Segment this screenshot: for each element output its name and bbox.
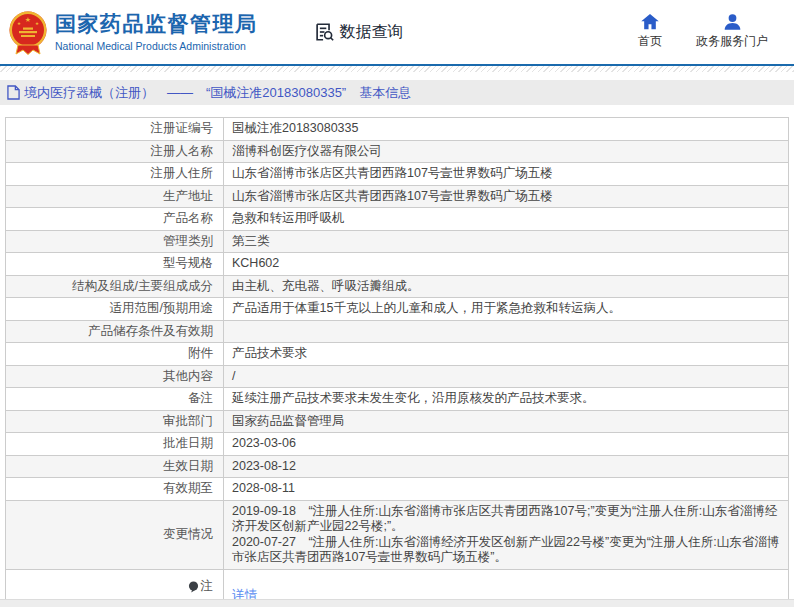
- table-row: 生产地址山东省淄博市张店区共青团西路107号壹世界数码广场五楼: [6, 185, 789, 208]
- table-row-change-history: 变更情况2019-09-18 “注册人住所:山东省淄博市张店区共青团西路107号…: [6, 500, 789, 569]
- table-row: 注册人名称淄博科创医疗仪器有限公司: [6, 140, 789, 163]
- breadcrumb-text: 境内医疗器械（注册） —— “国械注准20183080335” 基本信息: [24, 84, 411, 102]
- table-row: 产品储存条件及有效期: [6, 320, 789, 343]
- table-row: 结构及组成/主要组成成分由主机、充电器、呼吸活瓣组成。: [6, 275, 789, 298]
- page: ★ ★ ★ 国家药品监督管理局 National Medical Product…: [0, 0, 794, 607]
- svg-text:★: ★: [25, 16, 31, 23]
- table-row: 适用范围/预期用途产品适用于体重15千克以上的儿童和成人，用于紧急抢救和转运病人…: [6, 298, 789, 321]
- nav-home-label: 首页: [638, 33, 662, 50]
- table-row: 管理类别第三类: [6, 230, 789, 253]
- field-label: 产品名称: [6, 208, 224, 231]
- field-value: 产品适用于体重15千克以上的儿童和成人，用于紧急抢救和转运病人。: [224, 298, 789, 321]
- field-label: 备注: [6, 388, 224, 411]
- table-row: 生效日期2023-08-12: [6, 455, 789, 478]
- national-emblem-icon: ★ ★ ★: [8, 9, 48, 55]
- table-row: 注册证编号国械注准20183080335: [6, 118, 789, 141]
- table-row: 批准日期2023-03-06: [6, 433, 789, 456]
- field-label: 附件: [6, 343, 224, 366]
- field-value: 国械注准20183080335: [224, 118, 789, 141]
- top-nav: 首页 政务服务门户: [638, 14, 768, 50]
- table-row: 型号规格KCH602: [6, 253, 789, 276]
- nav-portal-label: 政务服务门户: [696, 33, 768, 50]
- registration-info-table: 注册证编号国械注准20183080335 注册人名称淄博科创医疗仪器有限公司 注…: [5, 117, 789, 607]
- document-search-icon: [313, 21, 335, 43]
- table-row: 其他内容/: [6, 365, 789, 388]
- field-label: 其他内容: [6, 365, 224, 388]
- field-label: 变更情况: [6, 500, 224, 569]
- nav-item-portal[interactable]: 政务服务门户: [696, 14, 768, 50]
- table-row: 审批部门国家药品监督管理局: [6, 410, 789, 433]
- field-value: 2028-08-11: [224, 478, 789, 501]
- field-label: 型号规格: [6, 253, 224, 276]
- field-value: 山东省淄博市张店区共青团西路107号壹世界数码广场五楼: [224, 163, 789, 186]
- field-label: 注册人住所: [6, 163, 224, 186]
- footer-band: [0, 599, 794, 607]
- field-value: 第三类: [224, 230, 789, 253]
- nav-item-home[interactable]: 首页: [638, 14, 662, 50]
- brand-logo[interactable]: ★ ★ ★ 国家药品监督管理局 National Medical Product…: [8, 9, 258, 55]
- field-value: 国家药品监督管理局: [224, 410, 789, 433]
- field-label: 注册证编号: [6, 118, 224, 141]
- field-value: 2019-09-18 “注册人住所:山东省淄博市张店区共青团西路107号;”变更…: [224, 500, 789, 569]
- field-value: 延续注册产品技术要求未发生变化，沿用原核发的产品技术要求。: [224, 388, 789, 411]
- brand-text: 国家药品监督管理局 National Medical Products Admi…: [55, 12, 258, 51]
- table-row: 产品名称急救和转运用呼吸机: [6, 208, 789, 231]
- field-value: 2023-03-06: [224, 433, 789, 456]
- field-label: 生效日期: [6, 455, 224, 478]
- field-value: 由主机、充电器、呼吸活瓣组成。: [224, 275, 789, 298]
- svg-text:★: ★: [17, 21, 21, 26]
- table-row: 有效期至2028-08-11: [6, 478, 789, 501]
- field-label: 注册人名称: [6, 140, 224, 163]
- data-query-nav[interactable]: 数据查询: [313, 21, 404, 43]
- field-value: /: [224, 365, 789, 388]
- home-icon: [641, 14, 659, 30]
- page-icon: [7, 85, 20, 100]
- field-label: 有效期至: [6, 478, 224, 501]
- field-value: [224, 320, 789, 343]
- field-label: 产品储存条件及有效期: [6, 320, 224, 343]
- field-label: 生产地址: [6, 185, 224, 208]
- breadcrumb: 境内医疗器械（注册） —— “国械注准20183080335” 基本信息: [0, 80, 794, 105]
- data-query-label: 数据查询: [340, 22, 404, 43]
- table-row: 附件产品技术要求: [6, 343, 789, 366]
- table-row: 注册人住所山东省淄博市张店区共青团西路107号壹世界数码广场五楼: [6, 163, 789, 186]
- field-label: 结构及组成/主要组成成分: [6, 275, 224, 298]
- field-label: 适用范围/预期用途: [6, 298, 224, 321]
- header: ★ ★ ★ 国家药品监督管理局 National Medical Product…: [0, 0, 794, 66]
- field-label: 审批部门: [6, 410, 224, 433]
- field-value: 淄博科创医疗仪器有限公司: [224, 140, 789, 163]
- site-title: 国家药品监督管理局: [55, 12, 258, 36]
- user-icon: [724, 14, 741, 30]
- field-value: 山东省淄博市张店区共青团西路107号壹世界数码广场五楼: [224, 185, 789, 208]
- field-value: 产品技术要求: [224, 343, 789, 366]
- note-balloon-icon: [188, 581, 199, 593]
- hatch-divider: [0, 66, 794, 72]
- svg-text:★: ★: [35, 21, 39, 26]
- field-label: 管理类别: [6, 230, 224, 253]
- field-value: 2023-08-12: [224, 455, 789, 478]
- field-value: 急救和转运用呼吸机: [224, 208, 789, 231]
- field-label: 批准日期: [6, 433, 224, 456]
- field-value: KCH602: [224, 253, 789, 276]
- site-subtitle: National Medical Products Administration: [55, 40, 258, 52]
- table-row: 备注延续注册产品技术要求未发生变化，沿用原核发的产品技术要求。: [6, 388, 789, 411]
